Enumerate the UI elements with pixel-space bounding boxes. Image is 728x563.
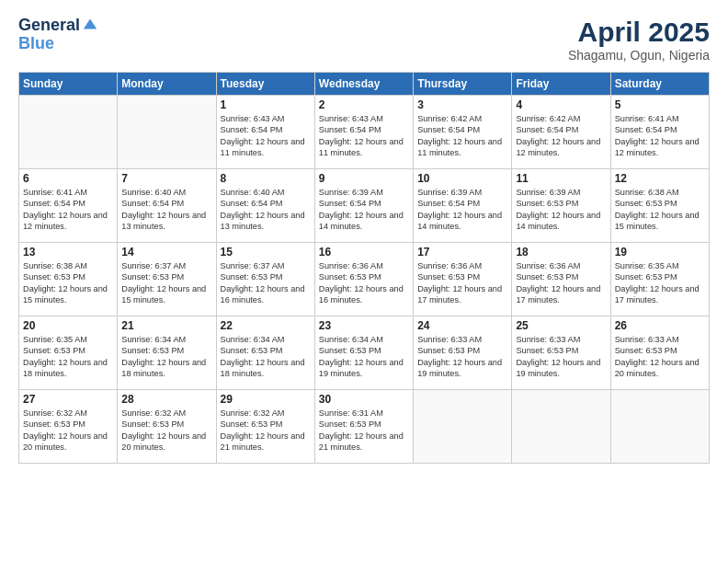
day-number: 24	[417, 319, 507, 332]
weekday-header: Tuesday	[216, 73, 314, 96]
day-info: Sunrise: 6:39 AM Sunset: 6:54 PM Dayligh…	[417, 187, 507, 233]
calendar-cell: 27Sunrise: 6:32 AM Sunset: 6:53 PM Dayli…	[19, 390, 118, 464]
weekday-header: Saturday	[610, 73, 709, 96]
day-info: Sunrise: 6:34 AM Sunset: 6:53 PM Dayligh…	[221, 334, 311, 380]
day-number: 28	[121, 393, 211, 406]
day-number: 7	[121, 172, 211, 185]
day-info: Sunrise: 6:32 AM Sunset: 6:53 PM Dayligh…	[221, 408, 311, 454]
day-number: 19	[615, 246, 705, 259]
day-info: Sunrise: 6:37 AM Sunset: 6:53 PM Dayligh…	[121, 260, 211, 306]
calendar-cell: 2Sunrise: 6:43 AM Sunset: 6:54 PM Daylig…	[314, 96, 413, 169]
logo: General Blue	[18, 17, 98, 53]
calendar-cell: 4Sunrise: 6:42 AM Sunset: 6:54 PM Daylig…	[512, 96, 610, 169]
day-info: Sunrise: 6:31 AM Sunset: 6:53 PM Dayligh…	[319, 408, 409, 454]
day-info: Sunrise: 6:32 AM Sunset: 6:53 PM Dayligh…	[121, 408, 211, 454]
calendar-cell: 16Sunrise: 6:36 AM Sunset: 6:53 PM Dayli…	[314, 243, 413, 316]
calendar-cell: 3Sunrise: 6:42 AM Sunset: 6:54 PM Daylig…	[414, 96, 512, 169]
calendar-table: SundayMondayTuesdayWednesdayThursdayFrid…	[18, 72, 710, 464]
day-info: Sunrise: 6:36 AM Sunset: 6:53 PM Dayligh…	[516, 260, 606, 306]
day-info: Sunrise: 6:37 AM Sunset: 6:53 PM Dayligh…	[221, 260, 311, 306]
logo-text-blue: Blue	[18, 35, 98, 53]
day-info: Sunrise: 6:39 AM Sunset: 6:53 PM Dayligh…	[516, 187, 606, 233]
day-info: Sunrise: 6:33 AM Sunset: 6:53 PM Dayligh…	[516, 334, 606, 380]
day-info: Sunrise: 6:35 AM Sunset: 6:53 PM Dayligh…	[615, 260, 705, 306]
calendar-week-row: 6Sunrise: 6:41 AM Sunset: 6:54 PM Daylig…	[19, 169, 710, 243]
calendar-cell: 9Sunrise: 6:39 AM Sunset: 6:54 PM Daylig…	[314, 169, 413, 243]
day-number: 17	[417, 246, 507, 259]
calendar-cell: 21Sunrise: 6:34 AM Sunset: 6:53 PM Dayli…	[118, 316, 216, 390]
page: General Blue April 2025 Shagamu, Ogun, N…	[0, 0, 728, 563]
calendar-cell	[610, 390, 709, 464]
calendar-cell: 22Sunrise: 6:34 AM Sunset: 6:53 PM Dayli…	[216, 316, 314, 390]
day-info: Sunrise: 6:43 AM Sunset: 6:54 PM Dayligh…	[319, 113, 409, 159]
day-number: 22	[221, 319, 311, 332]
day-number: 10	[417, 172, 507, 185]
day-info: Sunrise: 6:32 AM Sunset: 6:53 PM Dayligh…	[23, 408, 113, 454]
day-number: 27	[23, 393, 113, 406]
day-info: Sunrise: 6:38 AM Sunset: 6:53 PM Dayligh…	[23, 260, 113, 306]
calendar-cell: 10Sunrise: 6:39 AM Sunset: 6:54 PM Dayli…	[414, 169, 512, 243]
calendar-cell	[414, 390, 512, 464]
month-title: April 2025	[568, 17, 710, 48]
weekday-header: Friday	[512, 73, 610, 96]
day-number: 1	[221, 98, 311, 111]
weekday-header: Monday	[118, 73, 216, 96]
day-number: 16	[319, 246, 409, 259]
calendar-cell: 7Sunrise: 6:40 AM Sunset: 6:54 PM Daylig…	[118, 169, 216, 243]
day-info: Sunrise: 6:33 AM Sunset: 6:53 PM Dayligh…	[417, 334, 507, 380]
day-number: 13	[23, 246, 113, 259]
day-number: 2	[319, 98, 409, 111]
calendar-cell: 23Sunrise: 6:34 AM Sunset: 6:53 PM Dayli…	[314, 316, 413, 390]
calendar-cell: 6Sunrise: 6:41 AM Sunset: 6:54 PM Daylig…	[19, 169, 118, 243]
day-number: 15	[221, 246, 311, 259]
day-info: Sunrise: 6:36 AM Sunset: 6:53 PM Dayligh…	[417, 260, 507, 306]
day-number: 12	[615, 172, 705, 185]
location-subtitle: Shagamu, Ogun, Nigeria	[568, 48, 710, 63]
day-info: Sunrise: 6:34 AM Sunset: 6:53 PM Dayligh…	[319, 334, 409, 380]
day-number: 25	[516, 319, 606, 332]
calendar-week-row: 1Sunrise: 6:43 AM Sunset: 6:54 PM Daylig…	[19, 96, 710, 169]
calendar-cell	[19, 96, 118, 169]
logo-text: General	[18, 17, 80, 35]
day-info: Sunrise: 6:39 AM Sunset: 6:54 PM Dayligh…	[319, 187, 409, 233]
calendar-cell: 5Sunrise: 6:41 AM Sunset: 6:54 PM Daylig…	[610, 96, 709, 169]
day-number: 5	[615, 98, 705, 111]
calendar-cell: 12Sunrise: 6:38 AM Sunset: 6:53 PM Dayli…	[610, 169, 709, 243]
calendar-cell: 13Sunrise: 6:38 AM Sunset: 6:53 PM Dayli…	[19, 243, 118, 316]
calendar-cell: 1Sunrise: 6:43 AM Sunset: 6:54 PM Daylig…	[216, 96, 314, 169]
day-number: 20	[23, 319, 113, 332]
header: General Blue April 2025 Shagamu, Ogun, N…	[18, 17, 710, 63]
day-info: Sunrise: 6:34 AM Sunset: 6:53 PM Dayligh…	[121, 334, 211, 380]
calendar-cell: 11Sunrise: 6:39 AM Sunset: 6:53 PM Dayli…	[512, 169, 610, 243]
day-info: Sunrise: 6:33 AM Sunset: 6:53 PM Dayligh…	[615, 334, 705, 380]
weekday-header: Thursday	[414, 73, 512, 96]
day-info: Sunrise: 6:35 AM Sunset: 6:53 PM Dayligh…	[23, 334, 113, 380]
calendar-cell: 14Sunrise: 6:37 AM Sunset: 6:53 PM Dayli…	[118, 243, 216, 316]
day-info: Sunrise: 6:41 AM Sunset: 6:54 PM Dayligh…	[23, 187, 113, 233]
calendar-cell: 26Sunrise: 6:33 AM Sunset: 6:53 PM Dayli…	[610, 316, 709, 390]
day-number: 6	[23, 172, 113, 185]
calendar-cell: 25Sunrise: 6:33 AM Sunset: 6:53 PM Dayli…	[512, 316, 610, 390]
day-number: 11	[516, 172, 606, 185]
day-number: 14	[121, 246, 211, 259]
day-info: Sunrise: 6:41 AM Sunset: 6:54 PM Dayligh…	[615, 113, 705, 159]
day-number: 18	[516, 246, 606, 259]
day-number: 26	[615, 319, 705, 332]
day-number: 29	[221, 393, 311, 406]
svg-marker-0	[84, 18, 97, 29]
day-info: Sunrise: 6:40 AM Sunset: 6:54 PM Dayligh…	[121, 187, 211, 233]
calendar-week-row: 27Sunrise: 6:32 AM Sunset: 6:53 PM Dayli…	[19, 390, 710, 464]
calendar-cell	[512, 390, 610, 464]
weekday-header: Sunday	[19, 73, 118, 96]
calendar-cell: 15Sunrise: 6:37 AM Sunset: 6:53 PM Dayli…	[216, 243, 314, 316]
day-info: Sunrise: 6:42 AM Sunset: 6:54 PM Dayligh…	[516, 113, 606, 159]
calendar-cell: 19Sunrise: 6:35 AM Sunset: 6:53 PM Dayli…	[610, 243, 709, 316]
day-number: 3	[417, 98, 507, 111]
calendar-week-row: 13Sunrise: 6:38 AM Sunset: 6:53 PM Dayli…	[19, 243, 710, 316]
calendar-cell: 17Sunrise: 6:36 AM Sunset: 6:53 PM Dayli…	[414, 243, 512, 316]
day-number: 21	[121, 319, 211, 332]
calendar-cell: 24Sunrise: 6:33 AM Sunset: 6:53 PM Dayli…	[414, 316, 512, 390]
day-number: 30	[319, 393, 409, 406]
weekday-header: Wednesday	[314, 73, 413, 96]
calendar-cell	[118, 96, 216, 169]
